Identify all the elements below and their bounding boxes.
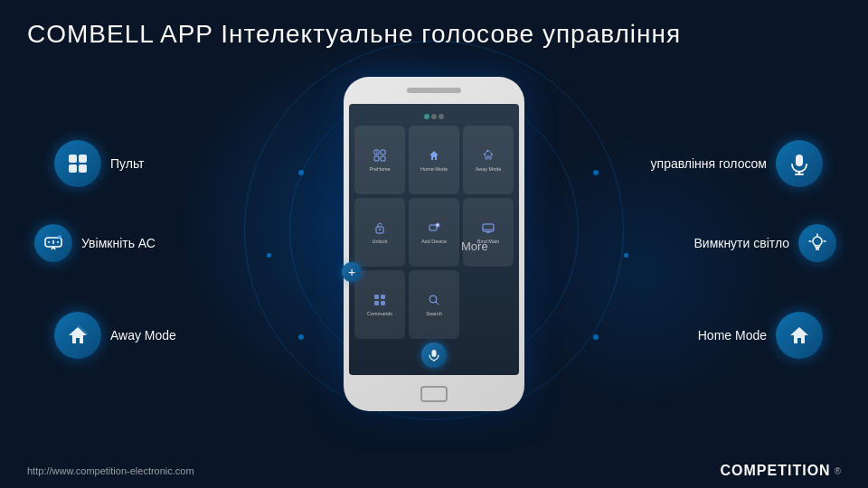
feature-voice: управління голосом (651, 140, 823, 187)
dot-2 (267, 253, 271, 258)
dot-4 (624, 253, 628, 258)
svg-rect-0 (69, 155, 77, 163)
feature-light: Вимкнути світло (693, 224, 836, 262)
svg-rect-37 (374, 295, 379, 299)
page-title: COMBELL APP Інтелектуальне голосове упра… (27, 20, 681, 49)
pulte-icon (54, 140, 101, 187)
phone-body: PreHome Home Mode (344, 77, 524, 411)
svg-rect-11 (796, 155, 803, 166)
prehome-symbol (373, 149, 386, 164)
homemode-symbol (428, 149, 440, 164)
phone-home-button (420, 386, 448, 402)
light-icon (798, 224, 836, 262)
svg-point-21 (431, 114, 437, 119)
app-screen: PreHome Home Mode (349, 104, 519, 375)
svg-point-22 (439, 114, 444, 119)
bindmain-symbol (482, 221, 495, 237)
app-icon-commands: Commands (354, 270, 405, 339)
app-icon-search: Search (409, 270, 459, 339)
dot-3 (593, 170, 599, 175)
footer: http://www.competition-electronic.com CO… (27, 463, 841, 479)
plus-symbol: + (348, 265, 355, 279)
dot-1 (298, 170, 304, 175)
app-icon-empty (463, 270, 514, 339)
light-label: Вимкнути світло (693, 236, 789, 250)
awaymode-symbol (482, 149, 495, 164)
search-symbol (428, 294, 440, 309)
svg-rect-26 (374, 156, 379, 161)
phone-mockup: PreHome Home Mode (344, 77, 524, 411)
feature-ac: Увімкніть АС (34, 224, 156, 262)
app-icon-adddevice: Add Device (409, 198, 459, 267)
svg-line-42 (436, 302, 439, 305)
footer-brand: COMPETITION ® (721, 463, 841, 479)
brand-text: COMPETITION (721, 463, 831, 479)
away-icon (54, 312, 101, 359)
search-label: Search (426, 311, 441, 317)
svg-rect-36 (486, 231, 490, 233)
commands-label: Commands (367, 311, 392, 317)
app-icon-prehome: PreHome (354, 126, 405, 194)
app-icon-bindmain: Bind Main (463, 198, 514, 267)
away-label: Away Mode (110, 328, 176, 343)
unlock-symbol (373, 221, 386, 237)
feature-home: Home Mode (698, 312, 823, 359)
svg-rect-34 (483, 224, 494, 231)
ac-label: Увімкніть АС (81, 236, 156, 250)
phone-screen: PreHome Home Mode (349, 104, 519, 375)
dot-5 (298, 334, 304, 340)
app-icon-awaymode: Away Mode (463, 126, 514, 194)
svg-point-29 (379, 229, 381, 230)
svg-rect-25 (381, 150, 385, 155)
svg-rect-39 (374, 301, 379, 305)
svg-rect-40 (381, 301, 385, 305)
homemode-label: Home Mode (420, 166, 448, 173)
svg-point-10 (58, 235, 61, 239)
ac-icon (34, 224, 72, 262)
feature-pulte: Пульт (54, 140, 145, 187)
svg-rect-2 (69, 164, 77, 173)
svg-rect-3 (79, 164, 87, 173)
svg-point-20 (424, 114, 429, 119)
brand-reg: ® (835, 466, 841, 476)
app-header (354, 111, 514, 126)
app-icon-unlock: Unlock (354, 198, 405, 267)
home-label: Home Mode (698, 328, 767, 343)
svg-rect-1 (79, 155, 87, 163)
adddevice-symbol (428, 221, 440, 237)
svg-point-14 (813, 237, 822, 246)
adddevice-label: Add Device (421, 239, 447, 245)
voice-label: управління голосом (651, 156, 767, 171)
dot-6 (593, 334, 599, 340)
footer-url: http://www.competition-electronic.com (27, 465, 194, 476)
app-icon-homemode: Home Mode (409, 126, 459, 194)
app-mic-button[interactable] (421, 343, 447, 368)
awaymode-label: Away Mode (476, 166, 502, 173)
commands-symbol (373, 294, 386, 309)
app-icon-grid: PreHome Home Mode (354, 126, 514, 339)
feature-away: Away Mode (54, 312, 176, 359)
svg-rect-27 (381, 156, 385, 161)
svg-rect-38 (381, 295, 385, 299)
more-label: More (461, 239, 488, 253)
voice-icon (776, 140, 823, 187)
svg-rect-43 (432, 350, 437, 357)
pulte-label: Пульт (110, 156, 145, 171)
phone-notch (407, 88, 461, 93)
home-icon (776, 312, 823, 359)
unlock-label: Unlock (373, 239, 388, 245)
plus-indicator: + (342, 262, 362, 282)
prehome-label: PreHome (369, 166, 390, 173)
